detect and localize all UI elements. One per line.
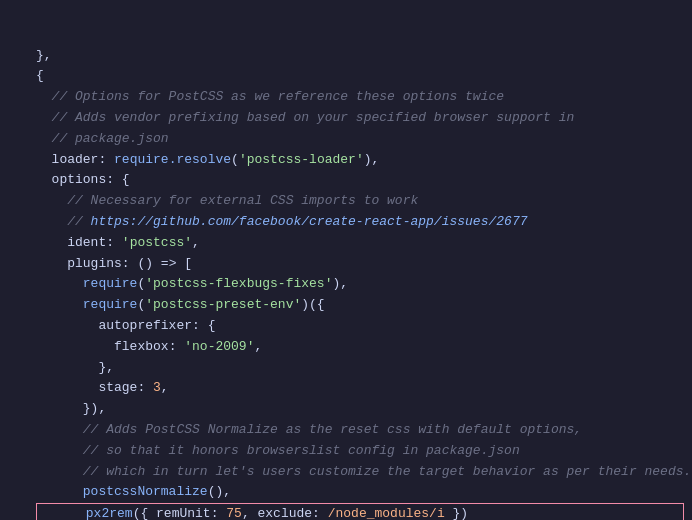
line-11: require('postcss-flexbugs-fixes'), [0, 274, 692, 295]
line-10: plugins: () => [ [0, 254, 692, 275]
line-15: }, [0, 358, 692, 379]
line-content-15: }, [36, 358, 684, 379]
line-content-16: stage: 3, [36, 378, 684, 399]
line-6: options: { [0, 170, 692, 191]
line-content-17: }), [36, 399, 684, 420]
line-content-21: postcssNormalize(), [36, 482, 684, 503]
line-content-9: ident: 'postcss', [36, 233, 684, 254]
line-content-14: flexbox: 'no-2009', [36, 337, 684, 358]
line-7: // Necessary for external CSS imports to… [0, 191, 692, 212]
line-4: // package.json [0, 129, 692, 150]
line-content-5: loader: require.resolve('postcss-loader'… [36, 150, 684, 171]
line-17: }), [0, 399, 692, 420]
line-3: // Adds vendor prefixing based on your s… [0, 108, 692, 129]
line-5: loader: require.resolve('postcss-loader'… [0, 150, 692, 171]
code-lines: },{ // Options for PostCSS as we referen… [0, 0, 692, 520]
line-8: // https://github.com/facebook/create-re… [0, 212, 692, 233]
line-14: flexbox: 'no-2009', [0, 337, 692, 358]
line-21: postcssNormalize(), [0, 482, 692, 503]
line-content-6: options: { [36, 170, 684, 191]
highlighted-line-content: px2rem({ remUnit: 75, exclude: /node_mod… [36, 503, 684, 520]
line-2: // Options for PostCSS as we reference t… [0, 87, 692, 108]
line-content-13: autoprefixer: { [36, 316, 684, 337]
line-content-4: // package.json [36, 129, 684, 150]
line-content-0: }, [36, 46, 684, 67]
line-1: { [0, 66, 692, 87]
line-content-7: // Necessary for external CSS imports to… [36, 191, 684, 212]
line-content-8: // https://github.com/facebook/create-re… [36, 212, 684, 233]
line-content-11: require('postcss-flexbugs-fixes'), [36, 274, 684, 295]
line-0: }, [0, 46, 692, 67]
line-13: autoprefixer: { [0, 316, 692, 337]
line-content-20: // which in turn let's users customize t… [36, 462, 691, 483]
line-content-2: // Options for PostCSS as we reference t… [36, 87, 684, 108]
line-20: // which in turn let's users customize t… [0, 462, 692, 483]
line-content-3: // Adds vendor prefixing based on your s… [36, 108, 684, 129]
line-content-12: require('postcss-preset-env')({ [36, 295, 684, 316]
line-content-1: { [36, 66, 684, 87]
line-content-10: plugins: () => [ [36, 254, 684, 275]
line-9: ident: 'postcss', [0, 233, 692, 254]
line-22: px2rem({ remUnit: 75, exclude: /node_mod… [0, 503, 692, 520]
line-content-18: // Adds PostCSS Normalize as the reset c… [36, 420, 684, 441]
code-editor: },{ // Options for PostCSS as we referen… [0, 0, 692, 520]
line-19: // so that it honors browserslist config… [0, 441, 692, 462]
line-16: stage: 3, [0, 378, 692, 399]
line-18: // Adds PostCSS Normalize as the reset c… [0, 420, 692, 441]
line-content-19: // so that it honors browserslist config… [36, 441, 684, 462]
line-12: require('postcss-preset-env')({ [0, 295, 692, 316]
